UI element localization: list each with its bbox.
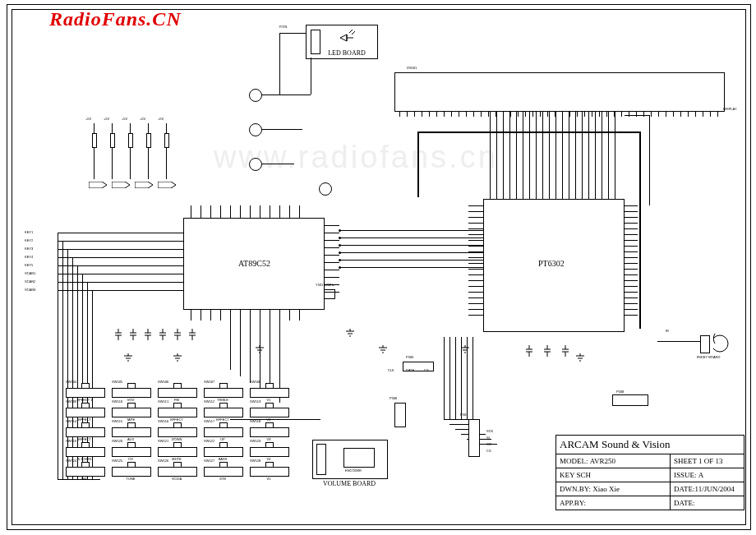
titleblock-model-lbl: MODEL: bbox=[560, 457, 588, 465]
net-label: KEY4 bbox=[25, 255, 33, 259]
net-flag bbox=[89, 177, 107, 191]
key-label: VCD/A bbox=[158, 477, 196, 481]
titleblock-issue-lbl: ISSUE: bbox=[674, 471, 697, 479]
key-ref: SW516 bbox=[158, 419, 168, 423]
key-body-sw522 bbox=[204, 447, 243, 457]
vcc-label: +5V bbox=[85, 117, 91, 121]
key-ref: SW517 bbox=[204, 419, 214, 423]
svg-marker-36 bbox=[135, 182, 153, 188]
volume-board-label: VOLUME BOARD bbox=[312, 480, 386, 487]
net-label: KEY1 bbox=[25, 230, 33, 234]
key-body-sw514 bbox=[66, 427, 105, 437]
watermark-text: RadioFans.CN bbox=[49, 8, 182, 30]
svg-line-4 bbox=[352, 31, 355, 35]
key-body-sw516 bbox=[158, 427, 197, 437]
crystal-label: Y501 12MHz bbox=[316, 283, 334, 287]
vcc-label: +5V bbox=[158, 117, 164, 121]
titleblock-model-val: AVR250 bbox=[590, 457, 615, 465]
decoupling-cap bbox=[145, 329, 151, 344]
net-label: CS bbox=[424, 368, 429, 372]
titleblock-company: ARCAM Sound & Vision bbox=[555, 435, 744, 454]
key-ref: SW513 bbox=[250, 399, 260, 404]
net-label: P.ON bbox=[279, 25, 287, 29]
key-body-sw512 bbox=[204, 408, 243, 417]
pullup-resistor bbox=[110, 133, 115, 148]
key-ref: SW514 bbox=[66, 419, 76, 423]
vcc-label: +5V bbox=[104, 117, 109, 121]
key-ref: SW515 bbox=[112, 419, 122, 423]
transistor-q2 bbox=[249, 123, 262, 136]
key-body-sw510 bbox=[112, 408, 151, 417]
decoupling-cap bbox=[189, 329, 196, 344]
key-body-sw515 bbox=[112, 427, 151, 437]
pullup-resistor bbox=[146, 133, 151, 148]
titleblock-date-val: 11/JUN/2004 bbox=[695, 485, 735, 493]
key-ref: SW523 bbox=[250, 439, 260, 443]
standby-led-icon bbox=[339, 30, 371, 49]
ir-board-label: IR/KEY BOARD bbox=[697, 355, 720, 359]
decoupling-cap bbox=[115, 329, 122, 344]
net-label: KEY5 bbox=[25, 263, 33, 267]
net-label: SCAN1 bbox=[25, 271, 35, 275]
key-ref: SW508 bbox=[250, 380, 260, 384]
titleblock-date: DATE: 11/JUN/2004 bbox=[670, 482, 744, 496]
svg-marker-35 bbox=[112, 182, 130, 188]
key-ref: SW518 bbox=[250, 419, 260, 423]
decoupling-cap bbox=[130, 329, 136, 344]
key-ref: SW521 bbox=[158, 439, 168, 443]
svg-line-3 bbox=[349, 30, 353, 33]
titleblock-sheet: SHEET 1 OF 13 bbox=[670, 454, 744, 468]
net-label: KEY3 bbox=[25, 247, 33, 251]
connector-p507-label: P507 bbox=[460, 413, 468, 417]
key-ref: SW507 bbox=[204, 380, 214, 384]
key-ref: SW527 bbox=[204, 459, 214, 463]
connector-p507 bbox=[468, 419, 480, 457]
titleblock-model: MODEL: AVR250 bbox=[555, 454, 671, 468]
transistor-q1 bbox=[249, 89, 262, 102]
key-ref: SW522 bbox=[204, 439, 214, 443]
titleblock-issue-val: A bbox=[698, 471, 704, 479]
connector-p508 bbox=[612, 394, 648, 406]
key-ref: SW511 bbox=[158, 399, 168, 404]
titleblock-app-lbl: APP.BY: bbox=[560, 499, 586, 507]
vfd-driver-chip-label: PT6302 bbox=[538, 259, 565, 268]
titleblock-issue: ISSUE: A bbox=[670, 468, 744, 482]
net-label: CLK bbox=[388, 368, 394, 372]
svg-point-33 bbox=[713, 335, 728, 352]
key-body-sw511 bbox=[158, 408, 197, 417]
key-ref: SW524 bbox=[66, 459, 76, 463]
key-body-sw525 bbox=[112, 467, 151, 477]
vcc-label: +5V bbox=[140, 117, 145, 121]
encoder-box bbox=[343, 448, 375, 468]
net-flag bbox=[158, 177, 176, 191]
net-label: SCAN3 bbox=[25, 288, 35, 292]
net-flag bbox=[135, 177, 153, 191]
net-label: SCK bbox=[486, 429, 493, 433]
key-body-sw528 bbox=[250, 467, 289, 477]
key-body-sw509 bbox=[66, 408, 105, 417]
key-ref: SW528 bbox=[250, 459, 260, 463]
key-ref: SW526 bbox=[158, 459, 168, 463]
key-body-sw521 bbox=[158, 447, 197, 457]
svg-marker-34 bbox=[89, 182, 107, 188]
keypad-grid: EFFECT 1SW504VODSW505FMSW506TRIBLESW507V… bbox=[66, 388, 296, 485]
key-body-sw517 bbox=[204, 427, 243, 437]
key-body-sw504 bbox=[66, 388, 105, 398]
titleblock-name: KEY SCH bbox=[555, 468, 671, 482]
key-label: TUNE bbox=[112, 477, 150, 481]
key-ref: SW510 bbox=[112, 399, 122, 404]
net-label: IR bbox=[666, 329, 669, 333]
connector-p506-label: P506 bbox=[390, 396, 397, 400]
svg-marker-37 bbox=[158, 182, 176, 188]
titleblock-drawn-val: Xiao Xie bbox=[592, 485, 620, 493]
decoupling-cap bbox=[544, 345, 551, 360]
net-label: DATA bbox=[406, 368, 414, 372]
key-ref: SW519 bbox=[66, 439, 76, 443]
transistor-q4 bbox=[319, 182, 332, 196]
net-label: SO bbox=[486, 442, 491, 446]
transistor-q3 bbox=[249, 158, 262, 171]
key-body-sw524 bbox=[66, 467, 105, 477]
svg-marker-0 bbox=[340, 35, 347, 41]
pullup-resistor bbox=[128, 133, 133, 148]
titleblock-drawn: DWN.BY: Xiao Xie bbox=[555, 482, 671, 496]
